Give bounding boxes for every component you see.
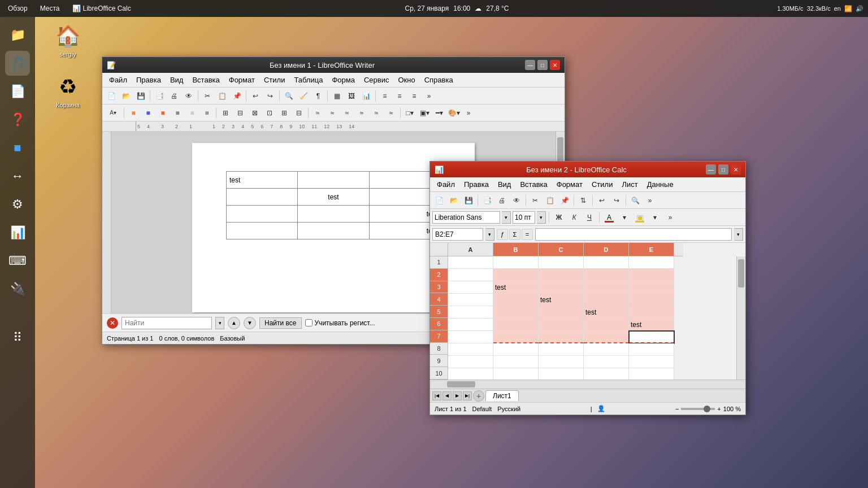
sheet-add-btn[interactable]: + <box>473 390 484 402</box>
font-name-box[interactable]: Liberation Sans <box>432 211 500 224</box>
find-dropdown-btn[interactable]: ▾ <box>215 317 224 329</box>
calc-cut-btn[interactable]: ✂ <box>528 194 542 207</box>
calc-find-btn[interactable]: 🔍 <box>628 194 642 207</box>
cell-d4[interactable] <box>584 294 629 306</box>
func-wizard-icon[interactable]: ƒ <box>497 229 508 240</box>
cell-d1[interactable] <box>584 256 629 269</box>
table-cell-r4c2[interactable] <box>298 223 369 239</box>
cell-c10[interactable] <box>539 368 584 380</box>
sidebar-icon-music[interactable]: 🎵 <box>5 51 30 76</box>
cell-a8[interactable] <box>448 343 493 356</box>
cell-c2[interactable] <box>539 269 584 281</box>
table-cell-r3c1[interactable] <box>227 206 298 223</box>
calc-minimize[interactable]: — <box>706 164 716 175</box>
cell-e2[interactable] <box>629 269 674 281</box>
sidebar-icon-vscode[interactable]: ■ <box>5 136 30 160</box>
cell-c4[interactable]: test <box>539 294 584 306</box>
save-btn[interactable]: 💾 <box>134 89 147 103</box>
calc-menu-format[interactable]: Формат <box>552 179 587 190</box>
cell-c3[interactable] <box>539 281 584 294</box>
image-btn[interactable]: 🖼 <box>345 89 358 103</box>
col-header-c[interactable]: C <box>539 243 584 256</box>
font-size-dropdown[interactable]: ▾ <box>537 211 546 224</box>
cell-b3[interactable]: test <box>493 281 539 294</box>
calc-menu-insert[interactable]: Вставка <box>515 179 552 190</box>
find2-btn[interactable]: 🔍 <box>282 89 296 103</box>
row-header-4[interactable]: 4 <box>430 293 448 306</box>
calc-menu-data[interactable]: Данные <box>643 179 678 190</box>
table-cell-r1c1[interactable]: test <box>227 172 298 189</box>
table-cell-r2c1[interactable] <box>227 189 298 206</box>
row-header-1[interactable]: 1 <box>430 256 448 269</box>
cell-e7[interactable] <box>629 331 674 343</box>
zoom-plus-btn[interactable]: + <box>717 406 721 412</box>
taskbar-overview[interactable]: Обзор <box>2 3 33 14</box>
writer-close[interactable]: ✕ <box>550 60 560 70</box>
cell-a5[interactable] <box>448 306 493 319</box>
border-btn[interactable]: □▾ <box>403 106 416 120</box>
tblb4[interactable]: ■ <box>171 106 184 120</box>
tblb16[interactable]: ≈ <box>355 106 368 120</box>
more2-btn[interactable]: » <box>462 106 475 120</box>
cell-e8[interactable] <box>629 343 674 356</box>
writer-scrollbar-left[interactable] <box>102 132 111 313</box>
tblb1[interactable]: ■ <box>127 106 140 120</box>
writer-menu-file[interactable]: Файл <box>105 75 132 85</box>
formula-input[interactable] <box>535 228 732 241</box>
find-all-btn[interactable]: Найти все <box>259 317 302 329</box>
new-btn[interactable]: 📄 <box>105 89 118 103</box>
calc-new-btn[interactable]: 📄 <box>432 194 446 207</box>
align-left-btn[interactable]: ≡ <box>378 89 392 103</box>
clear-btn[interactable]: 🧹 <box>297 89 310 103</box>
writer-menu-styles[interactable]: Стили <box>259 75 289 85</box>
row-header-6[interactable]: 6 <box>430 318 448 330</box>
cell-b6[interactable] <box>493 319 539 331</box>
find-case-checkbox[interactable]: Учитывать регист... <box>305 319 375 327</box>
cell-b4[interactable] <box>493 294 539 306</box>
undo-btn[interactable]: ↩ <box>249 89 262 103</box>
table-cell-r3c2[interactable] <box>298 206 369 223</box>
writer-menu-format[interactable]: Формат <box>224 75 259 85</box>
calc-hscroll-thumb[interactable] <box>447 381 475 387</box>
tblb3[interactable]: ■ <box>156 106 170 120</box>
sheet-tab-1[interactable]: Лист1 <box>485 390 519 401</box>
cell-d6[interactable] <box>584 319 629 331</box>
calc-sort-btn[interactable]: ⇅ <box>576 194 590 207</box>
cell-b10[interactable] <box>493 368 539 380</box>
export-pdf-btn[interactable]: 📑 <box>153 89 166 103</box>
table-cell-r2c2[interactable]: test <box>298 189 369 206</box>
calc-undo-btn[interactable]: ↩ <box>595 194 609 207</box>
name-box[interactable]: B2:E7 <box>432 228 483 241</box>
calc-copy-btn[interactable]: 📋 <box>543 194 557 207</box>
col-header-b[interactable]: B <box>493 243 539 256</box>
cell-e9[interactable] <box>629 356 674 368</box>
bold-btn[interactable]: Ж <box>552 211 566 224</box>
tblb18[interactable]: ≈ <box>384 106 398 120</box>
table-cell-r4c1[interactable] <box>227 223 298 239</box>
sheet-last-btn[interactable]: ▶| <box>463 391 472 400</box>
writer-menu-table[interactable]: Таблица <box>289 75 327 85</box>
font-color-dropdown[interactable]: ▾ <box>618 211 631 224</box>
sidebar-icon-files[interactable]: 📁 <box>5 23 30 47</box>
cell-e3[interactable] <box>629 281 674 294</box>
writer-menu-edit[interactable]: Правка <box>132 75 166 85</box>
cell-e6[interactable]: test <box>629 319 674 331</box>
cell-a10[interactable] <box>448 368 493 380</box>
font-name-dropdown[interactable]: ▾ <box>502 211 511 224</box>
calc-vscroll-thumb[interactable] <box>738 259 744 287</box>
cell-d3[interactable] <box>584 281 629 294</box>
cell-d8[interactable] <box>584 343 629 356</box>
writer-menu-view[interactable]: Вид <box>166 75 188 85</box>
sidebar-icon-remote[interactable]: ↔ <box>5 164 30 189</box>
highlight-color-btn[interactable]: ▣ <box>633 211 646 224</box>
writer-menu-insert[interactable]: Вставка <box>188 75 224 85</box>
zoom-minus-btn[interactable]: − <box>675 406 679 412</box>
calc-hscrollbar[interactable] <box>430 380 745 389</box>
cell-d2[interactable] <box>584 269 629 281</box>
underline-btn[interactable]: Ч <box>583 211 596 224</box>
sheet-next-btn[interactable]: ▶ <box>453 391 462 400</box>
tblb9[interactable]: ⊠ <box>248 106 262 120</box>
tblb2[interactable]: ■ <box>141 106 155 120</box>
col-header-e[interactable]: E <box>629 243 674 256</box>
find-close-btn[interactable]: ✕ <box>107 317 118 329</box>
